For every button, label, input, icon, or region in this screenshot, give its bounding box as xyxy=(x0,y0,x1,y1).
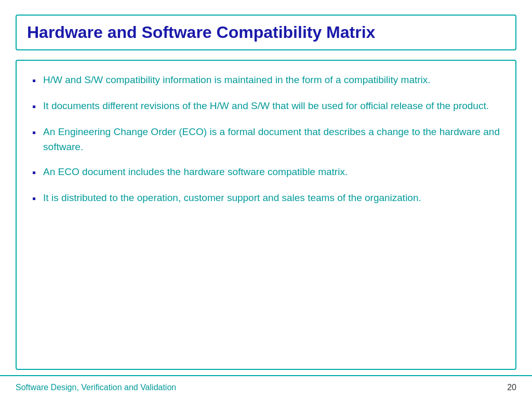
slide-title: Hardware and Software Compatibility Matr… xyxy=(27,23,505,42)
bullet-text: An ECO document includes the hardware so… xyxy=(43,164,500,179)
bullet-item: ▪It is distributed to the operation, cus… xyxy=(32,190,500,207)
bullet-item: ▪H/W and S/W compatibility information i… xyxy=(32,72,500,89)
footer-title: Software Design, Verification and Valida… xyxy=(16,383,176,392)
bullet-list: ▪H/W and S/W compatibility information i… xyxy=(32,72,500,207)
footer: Software Design, Verification and Valida… xyxy=(0,375,532,399)
title-box: Hardware and Software Compatibility Matr… xyxy=(16,15,516,50)
content-box: ▪H/W and S/W compatibility information i… xyxy=(16,60,516,370)
bullet-item: ▪An ECO document includes the hardware s… xyxy=(32,164,500,181)
bullet-marker: ▪ xyxy=(32,191,36,207)
bullet-marker: ▪ xyxy=(32,125,36,141)
bullet-marker: ▪ xyxy=(32,165,36,181)
bullet-text: H/W and S/W compatibility information is… xyxy=(43,72,500,87)
footer-page: 20 xyxy=(507,383,516,392)
bullet-marker: ▪ xyxy=(32,99,36,115)
bullet-marker: ▪ xyxy=(32,73,36,89)
slide-container: Hardware and Software Compatibility Matr… xyxy=(0,0,532,375)
bullet-item: ▪An Engineering Change Order (ECO) is a … xyxy=(32,124,500,155)
bullet-text: It documents different revisions of the … xyxy=(43,98,500,113)
bullet-text: It is distributed to the operation, cust… xyxy=(43,190,500,205)
bullet-text: An Engineering Change Order (ECO) is a f… xyxy=(43,124,500,155)
bullet-item: ▪It documents different revisions of the… xyxy=(32,98,500,115)
